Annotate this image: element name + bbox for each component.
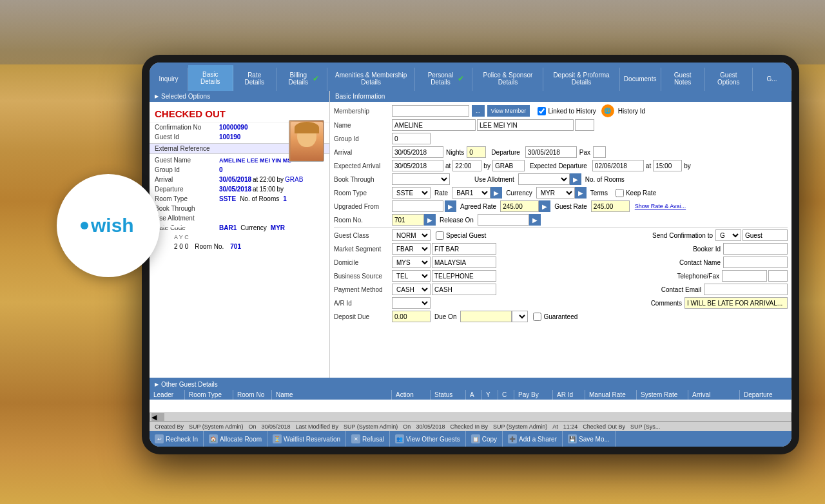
guest-class-select[interactable]: NORM xyxy=(392,229,431,241)
expected-arrival-input[interactable] xyxy=(392,160,443,171)
col-arrival: Arrival xyxy=(688,390,740,400)
tab-amenities[interactable]: Amenities & Membership Details xyxy=(327,68,416,91)
name-row: Name xyxy=(334,119,788,131)
ed-time-input[interactable] xyxy=(653,160,682,171)
horizontal-scrollbar[interactable]: ◀ xyxy=(150,412,791,422)
save-more-btn[interactable]: 💾 Save Mo... xyxy=(563,431,616,447)
last-name-input[interactable] xyxy=(477,119,574,131)
domicile-select[interactable]: MYS xyxy=(392,257,431,268)
agreed-rate-nav[interactable]: ▶ xyxy=(539,200,550,212)
view-member-btn[interactable]: View Member xyxy=(487,105,530,117)
booker-id-input[interactable] xyxy=(723,243,788,255)
tab-inquiry[interactable]: Inquiry xyxy=(150,68,188,91)
room-no-nav[interactable]: ▶ xyxy=(424,214,436,226)
scroll-left-btn[interactable]: ◀ xyxy=(151,413,164,421)
due-on-select[interactable] xyxy=(512,311,528,322)
payment-method-select[interactable]: CASH xyxy=(392,284,431,295)
guest-rate-input[interactable] xyxy=(591,200,630,212)
expected-arrival-row: Expected Arrival at by Expected Departur… xyxy=(334,160,788,171)
contact-name-input[interactable] xyxy=(723,257,788,268)
book-through-select[interactable] xyxy=(392,173,450,185)
membership-input[interactable] xyxy=(392,105,469,117)
pax-right-input[interactable] xyxy=(593,146,606,158)
use-allotment-select[interactable] xyxy=(518,173,570,185)
business-source-text-input[interactable] xyxy=(432,270,496,282)
room-no-right-input[interactable] xyxy=(392,214,424,226)
copy-btn[interactable]: 📋 Copy xyxy=(466,431,503,447)
tab-personal-details[interactable]: Personal Details ✔ xyxy=(415,68,472,91)
currency-select[interactable]: MYR xyxy=(536,187,575,199)
business-source-select[interactable]: TEL xyxy=(392,270,431,282)
group-id-left-row: Group Id 0 xyxy=(150,165,329,175)
arrival-date-input[interactable] xyxy=(392,146,443,158)
tab-guest-options[interactable]: Guest Options xyxy=(705,68,753,91)
room-type-right-select[interactable]: SSTE xyxy=(392,187,431,199)
nights-input[interactable] xyxy=(467,146,486,158)
payment-method-text-input[interactable] xyxy=(432,284,496,295)
tab-other[interactable]: G... xyxy=(753,68,791,91)
membership-search-btn[interactable]: ... xyxy=(472,105,485,117)
send-conf-select[interactable]: G xyxy=(715,229,741,241)
tab-police-sponsor[interactable]: Police & Sponsor Details xyxy=(472,68,543,91)
linked-to-history-checkbox[interactable] xyxy=(538,107,546,115)
ea-carrier-input[interactable] xyxy=(492,160,525,171)
ar-id-select[interactable] xyxy=(392,297,431,309)
add-sharer-btn[interactable]: ➕ Add a Sharer xyxy=(503,431,563,447)
special-guest-checkbox[interactable] xyxy=(436,231,444,240)
keep-rate-checkbox[interactable] xyxy=(616,189,624,197)
connector-line xyxy=(160,226,211,228)
market-segment-select[interactable]: FBAR xyxy=(392,243,431,255)
upgraded-from-input[interactable] xyxy=(392,200,443,212)
rate-select[interactable]: BAR1 xyxy=(452,187,490,199)
book-through-left-row: Book Through xyxy=(150,204,329,213)
guest-photo-inner xyxy=(291,122,323,160)
tablet-frame: Inquiry Basic Details Rate Details Billi… xyxy=(142,55,799,454)
expected-departure-input[interactable] xyxy=(592,160,644,171)
form-area: Membership ... View Member Linked to His… xyxy=(330,102,791,378)
waitlist-reservation-btn[interactable]: ⏳ Waitlist Reservation xyxy=(267,431,346,447)
col-name: Name xyxy=(272,390,392,400)
refusal-btn[interactable]: ✕ Refusal xyxy=(346,431,390,447)
ea-time-input[interactable] xyxy=(452,160,481,171)
tab-deposit[interactable]: Deposit & Proforma Details xyxy=(543,68,619,91)
save-icon: 💾 xyxy=(568,434,577,443)
market-segment-text-input[interactable] xyxy=(432,243,496,255)
tab-billing-details[interactable]: Billing Details ✔ xyxy=(277,68,327,91)
left-panel-content: CHECKED OUT Confirmation No 1000009 xyxy=(150,102,329,378)
show-rate-link[interactable]: Show Rate & Avai... xyxy=(635,203,686,209)
release-on-input[interactable] xyxy=(478,214,529,226)
agreed-rate-input[interactable] xyxy=(500,200,539,212)
departure-date-input[interactable] xyxy=(525,146,577,158)
release-on-nav[interactable]: ▶ xyxy=(529,214,541,226)
recheck-in-btn[interactable]: ↩ Recheck In xyxy=(150,431,204,447)
waitlist-icon: ⏳ xyxy=(273,434,282,443)
fax-input[interactable] xyxy=(768,270,788,282)
middle-initial-input[interactable] xyxy=(575,119,594,131)
tab-documents[interactable]: Documents xyxy=(620,68,661,91)
allocate-room-icon: 🏠 xyxy=(209,434,218,443)
tab-guest-notes[interactable]: Guest Notes xyxy=(661,68,705,91)
guaranteed-checkbox[interactable] xyxy=(533,313,541,321)
group-id-right-input[interactable] xyxy=(392,133,431,144)
col-a: A xyxy=(466,390,482,400)
telephone-fax-input[interactable] xyxy=(722,270,767,282)
upgraded-nav[interactable]: ▶ xyxy=(445,200,456,212)
tab-basic-details[interactable]: Basic Details xyxy=(188,65,233,91)
use-allotment-left-row: Use Allotment xyxy=(150,213,329,223)
deposit-due-input[interactable] xyxy=(392,311,431,322)
contact-email-input[interactable] xyxy=(704,284,788,295)
col-departure: Departure xyxy=(740,390,791,400)
rate-nav[interactable]: ▶ xyxy=(490,187,502,199)
first-name-input[interactable] xyxy=(392,119,476,131)
allotment-nav[interactable]: ▶ xyxy=(570,173,581,185)
allocate-room-btn[interactable]: 🏠 Allocate Room xyxy=(204,431,267,447)
tab-rate-details[interactable]: Rate Details xyxy=(233,68,277,91)
due-on-input[interactable] xyxy=(460,311,512,322)
domicile-text-input[interactable] xyxy=(432,257,496,268)
send-conf-type-input[interactable] xyxy=(742,229,788,241)
ar-id-row: A/R Id Comments xyxy=(334,297,788,309)
view-other-guests-btn[interactable]: 👥 View Other Guests xyxy=(390,431,466,447)
comments-input[interactable] xyxy=(684,297,788,309)
currency-nav[interactable]: ▶ xyxy=(575,187,587,199)
other-guest-details-header: Other Guest Details xyxy=(150,379,791,390)
